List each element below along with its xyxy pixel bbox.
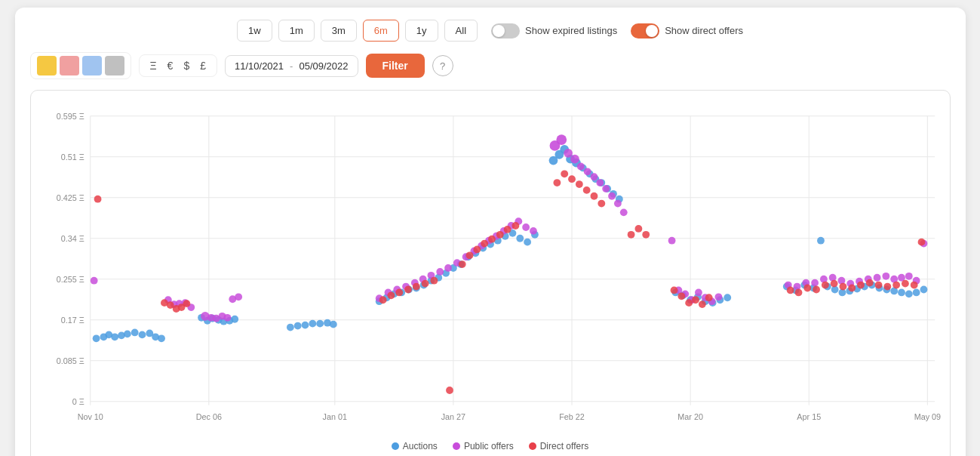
currency-eur[interactable]: € [164, 58, 177, 73]
legend-dot-public-offers [453, 442, 460, 450]
svg-point-205 [481, 240, 488, 248]
svg-point-237 [883, 283, 891, 291]
svg-point-209 [512, 222, 519, 230]
svg-point-235 [865, 279, 873, 287]
svg-text:0.595 Ξ: 0.595 Ξ [56, 112, 84, 121]
svg-point-212 [568, 175, 576, 183]
svg-point-208 [503, 226, 511, 233]
svg-point-156 [570, 155, 579, 164]
svg-point-120 [90, 277, 97, 285]
svg-point-223 [692, 296, 699, 303]
legend-direct-offers: Direct offers [529, 441, 588, 451]
svg-point-79 [524, 239, 531, 246]
time-btn-1y[interactable]: 1y [405, 20, 438, 42]
svg-point-116 [898, 288, 905, 296]
svg-point-202 [458, 260, 465, 268]
icon-gold[interactable] [37, 56, 57, 75]
time-btn-1w[interactable]: 1w [237, 20, 272, 42]
svg-point-221 [677, 292, 685, 300]
svg-point-233 [848, 285, 856, 292]
svg-point-172 [714, 293, 722, 300]
svg-point-169 [695, 288, 702, 296]
svg-point-68 [446, 387, 453, 394]
time-btn-6m[interactable]: 6m [363, 20, 399, 42]
svg-point-219 [642, 231, 650, 239]
svg-point-222 [685, 299, 693, 307]
filter-button[interactable]: Filter [366, 54, 425, 78]
svg-point-218 [634, 225, 642, 233]
icon-blue[interactable] [82, 56, 102, 75]
icon-pink[interactable] [60, 56, 79, 75]
svg-point-230 [821, 282, 828, 289]
icon-gray[interactable] [105, 56, 124, 75]
svg-point-158 [583, 168, 591, 175]
svg-point-183 [873, 274, 880, 282]
date-range[interactable]: 11/10/2021 - 05/09/2022 [225, 55, 358, 77]
svg-point-165 [668, 237, 675, 245]
svg-point-234 [857, 282, 865, 289]
direct-offers-toggle[interactable] [631, 23, 659, 39]
svg-point-100 [723, 294, 731, 301]
currency-eth[interactable]: Ξ [147, 58, 160, 73]
svg-point-140 [436, 268, 444, 276]
svg-point-37 [123, 330, 131, 337]
legend-label-auctions: Auctions [403, 441, 438, 451]
svg-point-239 [901, 280, 908, 288]
svg-point-159 [590, 173, 598, 180]
svg-point-187 [905, 273, 912, 280]
expired-listings-toggle[interactable] [491, 23, 520, 39]
legend-label-public-offers: Public offers [464, 441, 514, 451]
svg-text:Dec 06: Dec 06 [195, 412, 221, 421]
filter-bar: Ξ € $ £ 11/10/2021 - 05/09/2022 Filter ? [30, 52, 951, 79]
currency-group: Ξ € $ £ [139, 54, 218, 77]
icon-group [30, 52, 131, 79]
svg-point-201 [430, 277, 438, 285]
svg-point-53 [301, 322, 309, 329]
svg-point-132 [235, 293, 242, 300]
svg-point-119 [920, 286, 927, 294]
time-btn-3m[interactable]: 3m [321, 20, 357, 42]
legend-public-offers: Public offers [453, 441, 514, 451]
svg-point-220 [670, 287, 677, 294]
svg-point-229 [813, 286, 820, 294]
chart-area: 0.595 Ξ 0.51 Ξ 0.425 Ξ 0.34 Ξ 0.255 Ξ 0.… [30, 90, 951, 456]
svg-point-240 [910, 282, 917, 289]
svg-point-194 [183, 300, 190, 307]
currency-usd[interactable]: $ [180, 58, 192, 73]
svg-point-215 [590, 193, 598, 200]
svg-point-198 [404, 286, 412, 294]
svg-point-54 [309, 320, 316, 328]
help-button[interactable]: ? [432, 55, 453, 76]
svg-text:0.085 Ξ: 0.085 Ξ [56, 356, 84, 365]
svg-point-200 [421, 280, 429, 288]
time-btn-1m[interactable]: 1m [278, 20, 315, 42]
chart-legend: Auctions Public offers Direct offers [38, 441, 942, 451]
toggle-group: Show expired listings Show direct offers [491, 23, 743, 39]
svg-point-161 [602, 185, 610, 193]
svg-point-197 [395, 288, 403, 296]
svg-point-154 [556, 134, 567, 145]
svg-text:0.17 Ξ: 0.17 Ξ [60, 316, 84, 325]
svg-point-195 [379, 296, 386, 303]
svg-point-32 [92, 334, 100, 342]
svg-point-228 [803, 285, 811, 292]
svg-point-117 [905, 290, 912, 297]
svg-text:May 09: May 09 [914, 412, 940, 421]
svg-point-217 [627, 231, 634, 239]
legend-label-direct-offers: Direct offers [540, 441, 588, 451]
svg-text:0.34 Ξ: 0.34 Ξ [60, 234, 84, 243]
svg-point-238 [892, 282, 900, 289]
legend-dot-auctions [392, 442, 399, 450]
legend-dot-direct-offers [529, 442, 536, 450]
svg-point-155 [564, 149, 573, 158]
time-btn-all[interactable]: All [444, 20, 478, 42]
svg-point-157 [576, 163, 584, 171]
svg-point-57 [329, 321, 336, 328]
svg-point-236 [874, 282, 882, 289]
svg-point-152 [530, 227, 537, 235]
svg-point-184 [882, 273, 889, 280]
main-container: 1w 1m 3m 6m 1y All Show expired listings… [15, 8, 966, 456]
currency-gbp[interactable]: £ [197, 58, 209, 73]
svg-text:0.51 Ξ: 0.51 Ξ [60, 153, 84, 162]
svg-text:Nov 10: Nov 10 [77, 412, 103, 421]
